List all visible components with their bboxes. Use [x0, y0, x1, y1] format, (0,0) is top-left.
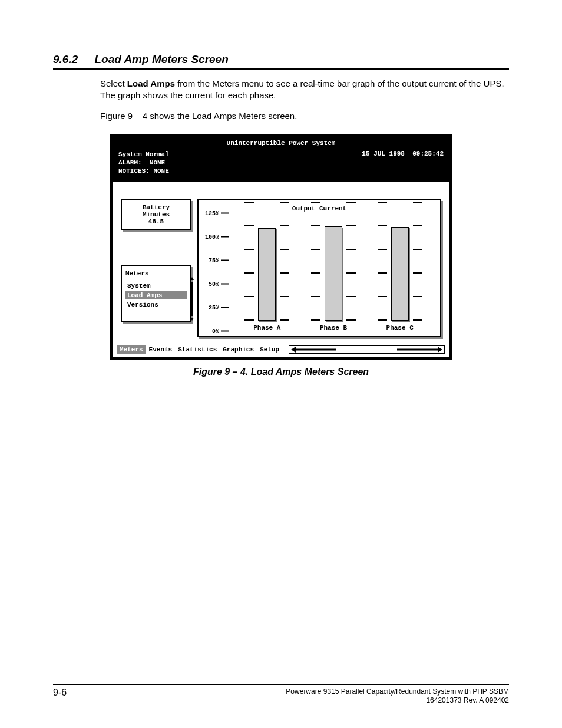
y-axis-tick: 25% — [209, 304, 229, 311]
grid-tick — [280, 249, 289, 250]
grid-tick — [311, 296, 320, 297]
y-axis-tick: 100% — [205, 233, 229, 240]
grid-tick — [413, 319, 422, 321]
grid-tick — [346, 249, 356, 250]
grid-tick — [311, 225, 320, 226]
body-paragraph-1: Select Load Amps from the Meters menu to… — [100, 78, 509, 102]
footer-line-2: 164201373 Rev. A 092402 — [286, 696, 509, 704]
figure-caption: Figure 9 – 4. Load Amps Meters Screen — [110, 367, 452, 377]
section-number: 9.6.2 — [53, 53, 78, 65]
meters-submenu-item[interactable]: Versions — [125, 301, 187, 309]
grid-tick — [378, 225, 387, 226]
grid-tick — [244, 249, 254, 250]
menu-bar-item[interactable]: Meters — [117, 345, 146, 354]
battery-l3: 48.5 — [127, 218, 186, 225]
meters-submenu-title: Meters — [125, 270, 187, 277]
grid-tick — [346, 296, 356, 297]
bar-column: Phase B — [311, 203, 356, 331]
grid-tick — [280, 225, 289, 226]
grid-tick — [413, 225, 422, 226]
ups-status-block: System Normal ALARM: NONE NOTICES: NONE — [118, 150, 169, 176]
grid-tick — [311, 319, 320, 321]
ups-date: 15 JUL 1998 — [362, 150, 405, 157]
grid-tick — [413, 202, 422, 203]
bar — [325, 226, 342, 321]
ups-alarm-value: NONE — [150, 159, 165, 166]
bar — [391, 227, 409, 320]
grid-tick — [244, 296, 254, 297]
section-heading: 9.6.2 Load Amp Meters Screen — [53, 53, 509, 70]
menu-bar-item[interactable]: Events — [147, 345, 175, 354]
grid-tick — [280, 202, 289, 203]
menu-bar-item[interactable]: Setup — [257, 345, 282, 354]
nav-slider[interactable] — [289, 345, 445, 354]
grid-tick — [413, 296, 422, 297]
p1-pre: Select — [100, 78, 127, 88]
ups-time: 09:25:42 — [412, 150, 444, 157]
bar — [258, 228, 276, 321]
menu-bar-item[interactable]: Graphics — [220, 345, 256, 354]
battery-panel: Battery Minutes 48.5 — [121, 199, 191, 230]
grid-tick — [378, 202, 387, 203]
menu-bar-item[interactable]: Statistics — [176, 345, 219, 354]
y-axis-tick: 75% — [209, 257, 229, 263]
ups-status: System Normal — [118, 150, 169, 159]
ups-screenshot: Uninterruptible Power System System Norm… — [110, 134, 452, 377]
y-axis-tick: 50% — [209, 281, 229, 287]
grid-tick — [378, 249, 387, 250]
bar-column: Phase A — [244, 203, 289, 331]
section-title: Load Amp Meters Screen — [94, 53, 228, 65]
x-axis-category: Phase B — [320, 324, 347, 331]
y-axis-tick: 125% — [205, 210, 229, 216]
grid-tick — [244, 225, 254, 226]
grid-tick — [280, 296, 289, 297]
battery-l2: Minutes — [127, 211, 186, 218]
grid-tick — [311, 202, 320, 203]
grid-tick — [346, 225, 356, 226]
body-paragraph-2: Figure 9 – 4 shows the Load Amps Meters … — [100, 110, 509, 122]
ups-app-title: Uninterruptible Power System — [118, 140, 444, 147]
battery-l1: Battery — [127, 204, 186, 211]
arrow-right-icon[interactable] — [438, 347, 442, 353]
page-number: 9-6 — [53, 687, 67, 698]
ups-alarm-label: ALARM: — [118, 159, 142, 166]
y-axis-tick: 0% — [212, 328, 229, 334]
ups-menu-bar: MetersEventsStatisticsGraphicsSetup — [113, 343, 449, 357]
page-footer: 9-6 Powerware 9315 Parallel Capacity/Red… — [53, 684, 509, 704]
grid-tick — [311, 272, 320, 274]
grid-tick — [378, 296, 387, 297]
x-axis-category: Phase A — [253, 324, 280, 331]
x-axis-category: Phase C — [386, 324, 414, 331]
grid-tick — [311, 249, 320, 250]
ups-notices: NOTICES: NONE — [118, 167, 169, 175]
grid-tick — [280, 319, 289, 321]
grid-tick — [378, 272, 387, 274]
submenu-scrollbar[interactable] — [190, 277, 194, 321]
grid-tick — [413, 272, 422, 274]
grid-tick — [346, 272, 356, 274]
bar-column: Phase C — [378, 203, 422, 331]
grid-tick — [413, 249, 422, 250]
grid-tick — [280, 272, 289, 274]
meters-submenu-item[interactable]: System — [125, 282, 187, 290]
ups-datetime: 15 JUL 1998 09:25:42 — [362, 150, 444, 157]
grid-tick — [346, 202, 356, 203]
meters-submenu: Meters SystemLoad AmpsVersions — [121, 265, 191, 322]
grid-tick — [244, 319, 254, 321]
output-current-chart: Output Current 125%100%75%50%25%0% Phase… — [197, 199, 441, 337]
footer-line-1: Powerware 9315 Parallel Capacity/Redunda… — [286, 687, 509, 696]
grid-tick — [244, 202, 254, 203]
p1-bold: Load Amps — [127, 78, 175, 88]
grid-tick — [378, 319, 387, 321]
grid-tick — [346, 319, 356, 321]
meters-submenu-item[interactable]: Load Amps — [125, 291, 187, 299]
grid-tick — [244, 272, 254, 274]
ups-header: Uninterruptible Power System System Norm… — [113, 136, 449, 182]
